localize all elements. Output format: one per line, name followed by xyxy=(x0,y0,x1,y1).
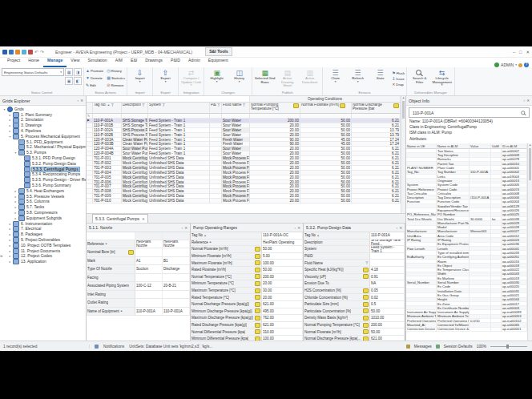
ribbon-tab-drawings[interactable]: Drawings xyxy=(141,56,167,66)
property-value[interactable] xyxy=(135,299,163,307)
status-control-option-icon[interactable]: ▦ xyxy=(65,68,73,76)
property-value[interactable]: 0.5 xyxy=(370,301,405,308)
messages-status[interactable]: Messages xyxy=(414,345,432,349)
sidebar-item-5-6-columns[interactable]: ▸5.6. Columns xyxy=(2,200,86,205)
sidebar-item-5-3-4-reciprocating-pumps[interactable]: 5.3.4. Reciprocating Pumps xyxy=(2,172,86,178)
ribbon-button-issue[interactable]: ↥Issue xyxy=(392,76,405,82)
property-row-rated-discharge-pressure-kpa-g[interactable]: Rated Discharge Pressure [kpa(g)]621.00 xyxy=(191,322,303,329)
tree-expander-icon[interactable]: ▸ xyxy=(14,195,18,199)
property-value[interactable]: 20.00 xyxy=(262,294,303,300)
status-control-option-icon[interactable]: ◨ xyxy=(74,68,82,76)
tree-expander-icon[interactable]: ▸ xyxy=(14,205,18,209)
notifications-status[interactable]: Notifications xyxy=(103,345,124,349)
ribbon-button-refresh[interactable]: ☰Refresh▾ xyxy=(347,68,369,90)
property-value[interactable]: 110-P-001A xyxy=(163,308,190,316)
property-value[interactable]: 762.00 xyxy=(262,315,303,321)
property-row-maximum-temperature-c[interactable]: Maximum Temperature [°C]30.00 xyxy=(191,288,303,295)
attr-column-header-name-in-ue[interactable]: Name in UE xyxy=(406,143,437,149)
restore-icon[interactable]: □ xyxy=(519,50,522,54)
property-row-specific-heat-kj-kg-k[interactable]: Specific Heat [kJ/(kg*K)]4.18 xyxy=(304,267,405,274)
notification-icon[interactable] xyxy=(95,345,99,349)
app-icon[interactable] xyxy=(2,50,7,54)
flag-icon[interactable] xyxy=(28,50,33,54)
ribbon-button-edit[interactable]: ✎Edit xyxy=(86,83,103,88)
property-value[interactable]: HexPlant Operating xyxy=(262,240,303,246)
property-value[interactable] xyxy=(370,253,405,260)
column-header-system[interactable]: System xyxy=(148,103,210,114)
property-row-reference[interactable]: Reference▲HexPlant NozzleHexPlant Nozzle xyxy=(87,240,190,249)
property-value[interactable] xyxy=(163,291,190,299)
close-icon[interactable]: ✕ xyxy=(297,226,300,230)
property-value[interactable]: 495.00 xyxy=(262,308,303,315)
property-value[interactable]: 621.00 xyxy=(262,322,303,328)
property-value[interactable]: Suction xyxy=(135,265,163,273)
column-header-normal-flowrate-m-h[interactable]: Normal Flowrate [m³/h] xyxy=(300,103,352,114)
ribbon-tab-p-id[interactable]: P&ID xyxy=(167,56,184,66)
property-row-mark[interactable]: MarkA1B1 xyxy=(87,257,190,266)
property-row-viscosity-cp[interactable]: Viscosity [cP]0.91 xyxy=(304,274,405,281)
property-row-normal-flowrate-m-h[interactable]: Normal Flowrate [m³/h]50.00 xyxy=(191,246,303,253)
property-value[interactable]: 20-B-21 xyxy=(163,282,190,290)
property-row-minimum-discharge-pressure-kpa-g[interactable]: Minimum Discharge Pressure [kpa(g)]495.0… xyxy=(191,308,303,316)
ribbon-button-history[interactable]: ◷History xyxy=(107,68,125,74)
ribbon-button-history[interactable]: ◫History▾ xyxy=(228,68,250,90)
sidebar-item-5-3-3-centrifugal-pumps[interactable]: 5.3.3. Centrifugal Pumps xyxy=(2,167,86,172)
tree-expander-icon[interactable]: ▸ xyxy=(14,211,18,215)
property-row-associated-piping-system[interactable]: Associated Piping System100-C-1220-B-21 xyxy=(87,282,190,291)
ribbon-tab-project[interactable]: Project xyxy=(3,56,24,66)
tree-expander-icon[interactable]: ▸ xyxy=(8,222,12,226)
tree-expander-icon[interactable]: ▸ xyxy=(8,244,12,248)
property-value[interactable]: B1 xyxy=(163,257,190,265)
sidebar-item-grids[interactable]: ▾Grids xyxy=(2,107,86,112)
property-value[interactable]: Discharge xyxy=(163,265,190,273)
ribbon-button-drop[interactable]: ✕Drop xyxy=(392,82,405,87)
ribbon-button-claim[interactable]: ☰Claim▾ xyxy=(324,68,346,90)
ribbon-button-promote[interactable]: ▲Promote xyxy=(86,68,103,74)
select-all-cell[interactable] xyxy=(87,103,93,114)
sidebar-item-3-drawings[interactable]: ▸3. Drawings xyxy=(2,123,86,128)
sidebar-item-5-3-2-pump-design-data[interactable]: 5.3.2. Pump Design Data xyxy=(2,161,86,167)
property-row-inlet-rating[interactable]: Inlet Rating xyxy=(87,291,190,300)
property-value[interactable]: HexPlant Nozzle xyxy=(163,240,190,248)
property-value[interactable]: 30.00 xyxy=(262,288,303,294)
tree-expander-icon[interactable]: ▾ xyxy=(8,135,12,139)
property-row-normal-discharge-pressure-kpa-g[interactable]: Normal Discharge Pressure [kpa(g)]621.00 xyxy=(191,301,303,308)
property-value[interactable]: 1010.00 xyxy=(370,315,405,321)
property-row-particulate-size-mm[interactable]: Particulate Size [mm]0.5 xyxy=(304,301,405,308)
property-value[interactable]: 110-P-001A xyxy=(370,232,405,239)
ribbon-button-highlight[interactable]: ▣Highlight▾ xyxy=(206,68,228,90)
property-row-minimum-temperature-c[interactable]: Minimum Temperature [°C]20.00 xyxy=(191,280,303,288)
property-value[interactable]: 20.00 xyxy=(262,280,303,287)
filter-icon[interactable] xyxy=(142,103,145,107)
close-icon[interactable]: ✕ xyxy=(80,99,83,103)
property-value[interactable] xyxy=(163,299,190,307)
session-defaults-status[interactable]: Session Defaults xyxy=(444,345,473,349)
tree-expander-icon[interactable]: ▸ xyxy=(14,189,18,193)
property-row-nominal-bore-in[interactable]: Nominal Bore [in] xyxy=(87,248,190,257)
property-value[interactable]: 110-P-001A-OC xyxy=(262,232,303,239)
grid-vertical-scrollbar[interactable]: ▲ xyxy=(401,96,405,213)
tree-expander-icon[interactable]: ▸ xyxy=(8,260,12,264)
property-value[interactable] xyxy=(135,274,163,282)
property-row-rated-temperature-c[interactable]: Rated Temperature [°C]20.00 xyxy=(191,294,303,301)
ribbon-button-demote[interactable]: ▼Demote xyxy=(86,75,103,81)
ribbon-button-import[interactable]: ⇩Import▾ xyxy=(129,68,151,90)
engineering-status-defaults-select[interactable]: Engineering Status Defaults▾ xyxy=(2,68,64,76)
sidebar-item-6-instrumentation[interactable]: ▸6. Instrumentation xyxy=(2,221,86,227)
property-row-minimum-flowrate-m-h[interactable]: Minimum Flowrate [m³/h]5.00 xyxy=(191,253,303,260)
ribbon-button-state[interactable]: ☰State xyxy=(369,68,391,90)
property-row-particulate-concentration[interactable]: Particulate Concentration [%]50.00 xyxy=(304,308,405,316)
sidebar-item-11-project-documents[interactable]: ▸11. Project Documents xyxy=(2,248,86,254)
ribbon-button-active-datasheet[interactable]: ▥Active Datasheet xyxy=(299,68,320,90)
pin-icon[interactable]: ▫ xyxy=(182,226,183,230)
property-value[interactable]: 0.02 xyxy=(370,294,405,300)
redo-icon[interactable]: ↷ xyxy=(40,50,44,54)
close-icon[interactable]: ✕ xyxy=(399,226,402,230)
search-icon[interactable] xyxy=(521,111,526,115)
sort-ascending-icon[interactable]: ▲ xyxy=(105,242,108,245)
attr-column-header-value[interactable]: Value xyxy=(470,143,491,149)
property-value[interactable]: 50.00 xyxy=(370,308,405,315)
ribbon-button-statistics[interactable]: ▦Statistics xyxy=(107,75,125,81)
sort-ascending-icon[interactable]: ▲ xyxy=(120,309,123,312)
object-search-input[interactable] xyxy=(411,110,520,116)
